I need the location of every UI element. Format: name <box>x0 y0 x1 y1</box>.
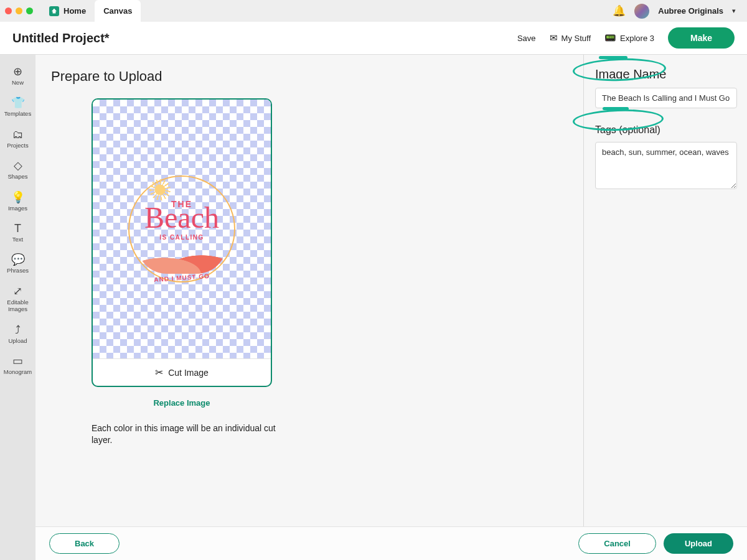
maximize-window-icon[interactable] <box>26 7 33 14</box>
main-area: ⊕ New 👕 Templates 🗂 Projects ◇ Shapes 💡 … <box>0 55 747 560</box>
image-preview: THE Beach IS CALLING AND I MUST GO <box>93 100 271 358</box>
layer-hint-text: Each color in this image will be an indi… <box>92 422 284 446</box>
sidebar-item-label: New <box>12 79 24 86</box>
traffic-lights <box>5 7 33 14</box>
artwork-text-beach: Beach <box>126 203 238 233</box>
username-label[interactable]: Aubree Originals <box>658 6 723 16</box>
text-icon: T <box>14 223 21 234</box>
close-window-icon[interactable] <box>5 7 12 14</box>
cut-image-label: Cut Image <box>168 368 209 378</box>
minimize-window-icon[interactable] <box>16 7 22 14</box>
sidebar-item-monogram[interactable]: ▭ Monogram <box>0 350 35 381</box>
window-tabbar: Home Canvas 🔔 Aubree Originals ▾ <box>0 0 747 22</box>
tab-home[interactable]: Home <box>40 0 95 22</box>
upload-button[interactable]: Upload <box>664 533 733 554</box>
uploaded-artwork: THE Beach IS CALLING AND I MUST GO <box>126 173 238 285</box>
envelope-icon: ✉ <box>550 32 558 44</box>
scissors-icon: ✂ <box>155 366 163 378</box>
footer-bar: Back Cancel Upload <box>35 526 747 560</box>
machine-selector[interactable]: 📟 Explore 3 <box>604 32 654 44</box>
save-button[interactable]: Save <box>517 34 536 43</box>
tshirt-icon: 👕 <box>11 97 25 108</box>
notifications-icon[interactable]: 🔔 <box>613 4 626 17</box>
make-button[interactable]: Make <box>668 27 735 49</box>
annotation-stroke <box>599 56 627 59</box>
tab-canvas[interactable]: Canvas <box>95 0 141 22</box>
back-button[interactable]: Back <box>49 533 120 554</box>
artwork-text-calling: IS CALLING <box>126 234 238 241</box>
shapes-icon: ◇ <box>14 160 22 171</box>
my-stuff-label: My Stuff <box>561 34 591 43</box>
tab-home-label: Home <box>63 6 86 16</box>
monogram-icon: ▭ <box>12 355 23 366</box>
left-sidebar: ⊕ New 👕 Templates 🗂 Projects ◇ Shapes 💡 … <box>0 55 35 560</box>
cut-image-button[interactable]: ✂ Cut Image <box>93 358 271 386</box>
project-title[interactable]: Untitled Project* <box>12 31 110 45</box>
upload-icon: ⤴ <box>15 324 21 335</box>
upload-preview-pane: Prepare to Upload THE Beach IS CALLING A… <box>35 55 583 560</box>
sidebar-item-label: Shapes <box>7 173 27 180</box>
sidebar-item-label: Phrases <box>7 267 29 274</box>
sidebar-item-label: Upload <box>8 337 27 344</box>
sidebar-item-shapes[interactable]: ◇ Shapes <box>0 155 35 186</box>
sun-icon <box>149 179 171 200</box>
sidebar-item-editable-images[interactable]: ⤢ Editable Images <box>0 281 35 319</box>
sidebar-item-label: Text <box>12 236 23 243</box>
bulb-icon: 💡 <box>11 192 25 203</box>
my-stuff-link[interactable]: ✉ My Stuff <box>550 32 591 44</box>
home-icon <box>49 6 59 16</box>
replace-image-link[interactable]: Replace Image <box>92 398 272 408</box>
sidebar-item-upload[interactable]: ⤴ Upload <box>0 319 35 350</box>
avatar[interactable] <box>634 4 649 19</box>
chevron-down-icon[interactable]: ▾ <box>732 7 736 15</box>
page-title: Prepare to Upload <box>51 68 583 85</box>
image-name-input[interactable] <box>595 88 737 108</box>
sidebar-item-phrases[interactable]: 💬 Phrases <box>0 249 35 280</box>
sidebar-item-label: Templates <box>4 110 31 117</box>
folder-icon: 🗂 <box>12 129 24 140</box>
tags-label: Tags (optional) <box>595 124 737 136</box>
sidebar-item-images[interactable]: 💡 Images <box>0 187 35 218</box>
speech-icon: 💬 <box>11 254 25 265</box>
sidebar-item-label: Editable Images <box>7 299 28 313</box>
sidebar-item-label: Projects <box>7 142 28 149</box>
sidebar-item-templates[interactable]: 👕 Templates <box>0 92 35 123</box>
machine-label: Explore 3 <box>620 34 654 43</box>
metadata-pane: Image Name Tags (optional) <box>584 55 747 560</box>
sidebar-item-label: Images <box>8 205 27 212</box>
content-area: Prepare to Upload THE Beach IS CALLING A… <box>35 55 747 560</box>
plus-circle-icon: ⊕ <box>13 66 22 77</box>
sidebar-item-new[interactable]: ⊕ New <box>0 61 35 92</box>
image-preview-card: THE Beach IS CALLING AND I MUST GO ✂ Cut… <box>92 98 272 387</box>
image-name-label: Image Name <box>595 67 737 82</box>
resize-icon: ⤢ <box>13 286 22 297</box>
sidebar-item-text[interactable]: T Text <box>0 218 35 249</box>
sidebar-item-projects[interactable]: 🗂 Projects <box>0 124 35 155</box>
tab-canvas-label: Canvas <box>103 6 132 16</box>
header-bar: Untitled Project* Save ✉ My Stuff 📟 Expl… <box>0 22 747 55</box>
tags-input[interactable] <box>595 142 737 189</box>
sidebar-item-label: Monogram <box>4 368 32 375</box>
cancel-button[interactable]: Cancel <box>578 533 656 554</box>
machine-icon: 📟 <box>604 32 616 44</box>
